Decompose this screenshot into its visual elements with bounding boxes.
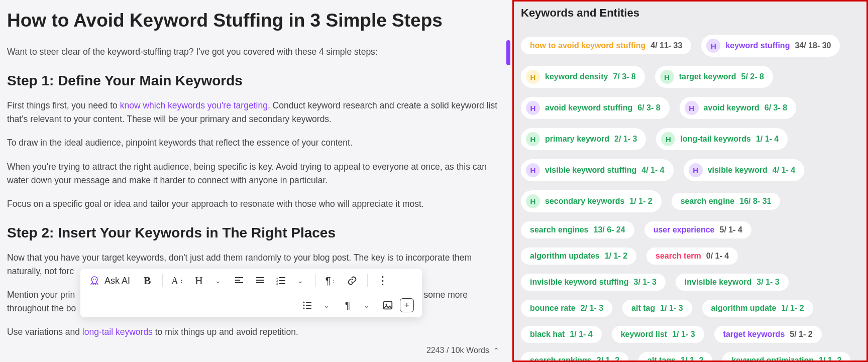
bullet-list-dropdown[interactable]: ⌄ <box>317 296 336 314</box>
keyword-text: keyword list <box>621 330 667 339</box>
keyword-text: invisible keyword stuffing <box>530 278 628 287</box>
keyword-chip[interactable]: Hlong-tail keywords1/ 1- 4 <box>656 128 788 150</box>
step1-p3[interactable]: When you're trying to attract the right … <box>7 160 505 187</box>
align-button[interactable] <box>230 272 248 290</box>
keyword-text: search rankings <box>530 356 592 362</box>
keyword-stats: 5/ 1- 4 <box>720 225 742 234</box>
list-dropdown[interactable]: ⌄ <box>291 272 309 290</box>
keyword-chip[interactable]: invisible keyword3/ 1- 3 <box>676 274 789 291</box>
keyword-chip[interactable]: algorithm update1/ 1- 2 <box>702 300 813 317</box>
heading-badge: H <box>526 132 540 146</box>
keyword-chip[interactable]: search engines13/ 6- 24 <box>521 221 634 238</box>
keyword-chip[interactable]: search term0/ 1- 4 <box>646 248 738 265</box>
bold-button[interactable]: B <box>138 272 156 290</box>
intro-paragraph[interactable]: Want to steer clear of the keyword-stuff… <box>7 45 505 59</box>
keyword-chip[interactable]: keyword list1/ 1- 3 <box>612 326 704 343</box>
keyword-text: search term <box>656 252 701 261</box>
ai-octopus-icon <box>88 275 100 287</box>
keyword-chip[interactable]: search engine16/ 8- 31 <box>672 193 781 210</box>
keyword-text: algorithm update <box>711 304 777 313</box>
keyword-stats: 3/ 1- 3 <box>633 278 656 287</box>
keyword-chip[interactable]: algorithm updates1/ 1- 2 <box>521 248 636 265</box>
ask-ai-button[interactable]: Ask AI <box>85 272 135 290</box>
heading-button[interactable]: H <box>190 272 208 290</box>
keyword-stats: 1/ 1- 2 <box>681 356 703 362</box>
paragraph-options-button[interactable]: ¶⋮ <box>322 272 340 290</box>
link-know-keywords[interactable]: know which keywords you're targeting <box>120 100 268 110</box>
font-options-button[interactable]: A⋮ <box>169 272 187 290</box>
keyword-chip[interactable]: Htarget keyword5/ 2- 8 <box>655 66 773 88</box>
keyword-text: visible keyword stuffing <box>545 166 636 175</box>
heading-badge: H <box>706 39 720 53</box>
keyword-chip[interactable]: Hvisible keyword stuffing4/ 1- 4 <box>521 159 674 181</box>
keyword-chip[interactable]: Hprimary keyword2/ 1- 3 <box>521 128 646 150</box>
keyword-text: how to avoid keyword stuffing <box>530 41 645 50</box>
keyword-text: secondary keywords <box>545 197 624 206</box>
link-button[interactable] <box>343 272 361 290</box>
keyword-chip[interactable]: invisible keyword stuffing3/ 1- 3 <box>521 274 666 291</box>
link-long-tail[interactable]: long-tail keywords <box>82 327 153 337</box>
keyword-chip[interactable]: black hat1/ 1- 4 <box>521 326 602 343</box>
sidebar-title: Keywords and Entities <box>521 7 859 20</box>
ask-ai-label: Ask AI <box>104 276 130 286</box>
keyword-chip[interactable]: Havoid keyword6/ 3- 8 <box>680 97 797 119</box>
keyword-stats: 4/ 1- 4 <box>773 166 795 175</box>
numbered-list-icon: 123 <box>276 276 286 286</box>
editor-panel: How to Avoid Keyword Stuffing in 3 Simpl… <box>0 0 512 362</box>
keyword-chip[interactable]: Hkeyword density7/ 3- 8 <box>521 66 645 88</box>
more-options-button[interactable]: ⋮ <box>374 272 392 290</box>
scrollbar-thumb[interactable] <box>506 40 510 65</box>
separator <box>367 274 368 287</box>
justify-button[interactable] <box>251 272 269 290</box>
word-count[interactable]: 2243 / 10k Words ⌃ <box>426 346 499 355</box>
keyword-stats: 1/ 1- 4 <box>570 330 592 339</box>
keyword-stats: 1/ 1- 2 <box>605 252 627 261</box>
keyword-text: bounce rate <box>530 304 576 313</box>
keyword-stats: 6/ 3- 8 <box>637 103 660 112</box>
keyword-chip[interactable]: alt tags1/ 1- 2 <box>638 352 712 362</box>
keyword-stats: 4/ 1- 4 <box>641 166 664 175</box>
keyword-chip[interactable]: target keywords5/ 1- 2 <box>714 326 822 343</box>
step2-p3[interactable]: Use variations and long-tail keywords to… <box>7 325 505 339</box>
step1-heading[interactable]: Step 1: Define Your Main Keywords <box>7 73 505 89</box>
svg-point-1 <box>95 279 96 280</box>
keyword-stats: 6/ 3- 8 <box>765 103 787 112</box>
paragraph-direction-button[interactable]: ¶ <box>339 296 357 314</box>
list-button[interactable]: 123 <box>272 272 290 290</box>
image-button[interactable] <box>379 296 397 314</box>
bullet-list-button[interactable] <box>298 296 316 314</box>
bullet-list-icon <box>302 300 312 310</box>
keywords-sidebar: Keywords and Entities how to avoid keywo… <box>512 0 868 362</box>
keyword-chip[interactable]: alt tag1/ 1- 3 <box>622 300 692 317</box>
keyword-stats: 7/ 3- 8 <box>613 72 635 81</box>
heading-badge: H <box>689 163 703 177</box>
step1-p1[interactable]: First things first, you need to know whi… <box>7 99 505 126</box>
keyword-chip[interactable]: Hkeyword stuffing34/ 18- 30 <box>701 35 840 57</box>
keyword-chip[interactable]: bounce rate2/ 1- 3 <box>521 300 612 317</box>
keyword-text: visible keyword <box>708 166 768 175</box>
heading-dropdown[interactable]: ⌄ <box>209 272 227 290</box>
step1-p4[interactable]: Focus on a specific goal or idea and tai… <box>7 197 505 211</box>
keyword-chip[interactable]: Havoid keyword stuffing6/ 3- 8 <box>521 97 670 119</box>
keyword-chip[interactable]: user experience5/ 1- 4 <box>644 221 751 238</box>
text: Use variations and <box>7 327 82 337</box>
keyword-chip[interactable]: Hsecondary keywords1/ 1- 2 <box>521 190 662 212</box>
keyword-stats: 1/ 1- 3 <box>660 304 683 313</box>
insert-block-button[interactable]: + <box>400 298 414 312</box>
step1-p2[interactable]: To draw in the ideal audience, pinpoint … <box>7 136 505 150</box>
keyword-stats: 16/ 8- 31 <box>739 197 771 206</box>
heading-badge: H <box>660 70 674 84</box>
paragraph-direction-dropdown[interactable]: ⌄ <box>358 296 376 314</box>
keyword-stats: 1/ 1- 2 <box>781 304 804 313</box>
article-title[interactable]: How to Avoid Keyword Stuffing in 3 Simpl… <box>7 10 505 31</box>
keyword-chip[interactable]: how to avoid keyword stuffing4/ 11- 33 <box>521 37 691 54</box>
step2-heading[interactable]: Step 2: Insert Your Keywords in The Righ… <box>7 225 505 241</box>
image-icon <box>382 300 393 311</box>
keyword-stats: 2/ 1- 3 <box>614 135 637 144</box>
keyword-chip[interactable]: search rankings2/ 1- 2 <box>521 352 628 362</box>
keyword-text: keyword stuffing <box>725 41 790 50</box>
keyword-stats: 34/ 18- 30 <box>795 41 831 50</box>
keyword-stats: 5/ 2- 8 <box>741 72 764 81</box>
keyword-chip[interactable]: keyword optimization1/ 1- 2 <box>722 352 850 362</box>
keyword-chip[interactable]: Hvisible keyword4/ 1- 4 <box>684 159 805 181</box>
